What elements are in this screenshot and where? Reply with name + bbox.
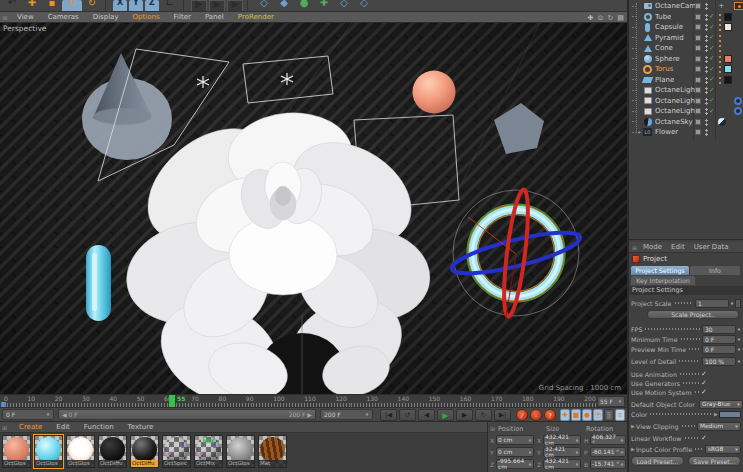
toolbar-icon-render-settings-icon[interactable]: ▶ <box>227 0 243 12</box>
visibility-dots-icon[interactable] <box>705 77 708 84</box>
object-row-torus[interactable]: Torus ✓ <box>629 64 743 75</box>
object-tag-icon[interactable] <box>718 44 722 53</box>
toolbar-icon-z-axis-lock-icon[interactable]: Z <box>145 0 159 12</box>
enable-check-icon[interactable]: ✓ <box>709 65 714 73</box>
toolbar-icon-model-mode-icon[interactable]: ◆ <box>274 0 294 12</box>
material-tile-octglos[interactable]: OctGlos <box>66 435 95 468</box>
object-name[interactable]: Torus <box>655 65 673 73</box>
transport-button-goto-start-button[interactable]: |◀ <box>380 409 397 421</box>
visibility-dots-icon[interactable] <box>705 45 708 52</box>
project-scale-field[interactable]: 1 <box>695 299 729 308</box>
viewport-menu-item-display[interactable]: Display <box>86 12 126 23</box>
toolbar-icon-points-mode-icon[interactable]: ◇ <box>334 0 354 12</box>
material-tag-thumb[interactable] <box>724 23 732 31</box>
fps-field[interactable]: 30 <box>702 325 736 334</box>
tab-key-interpolation[interactable]: Key Interpolation <box>631 276 695 285</box>
range-start-field[interactable]: 0 F♦ <box>2 409 54 420</box>
toolbar-icon-texture-mode-icon[interactable]: ● <box>294 0 314 12</box>
visibility-dots-icon[interactable] <box>705 66 708 73</box>
enable-check-icon[interactable]: ✓ <box>709 86 714 94</box>
layer-toggle-icon[interactable] <box>695 66 701 72</box>
transport-button-play-forwards-button[interactable]: ▶ <box>437 409 454 421</box>
visibility-dots-icon[interactable] <box>705 108 708 115</box>
rotation-b-field[interactable]: -15.741 °♦ <box>590 459 626 469</box>
material-tag-thumb[interactable] <box>724 55 732 63</box>
tab-info[interactable]: Info <box>690 266 740 275</box>
viewport-camera-label[interactable]: Perspective <box>3 24 46 33</box>
toolbar-icon-coordinate-system-icon[interactable]: ∟ <box>160 0 180 12</box>
layer-toggle-icon[interactable] <box>695 119 701 125</box>
position-y-field[interactable]: 0 cm♦ <box>496 447 534 457</box>
toolbar-icon-render-view-icon[interactable]: ▶ <box>191 0 207 12</box>
object-tag-icon[interactable] <box>718 2 725 10</box>
viewport-corner-icon-zoom-view-icon[interactable]: ⊙ <box>596 14 605 22</box>
object-row-octanecamera[interactable]: OctaneCamera <box>629 1 743 12</box>
object-name[interactable]: Capsule <box>655 23 683 31</box>
object-tag-icon-2[interactable] <box>734 107 742 115</box>
material-tile-octdiffu[interactable]: OctDiffu <box>98 435 127 468</box>
scale-project-button[interactable]: Scale Project.. <box>647 310 739 319</box>
visibility-dots-icon[interactable] <box>705 3 708 10</box>
viewport-corner-icon-rotate-view-icon[interactable]: ↻ <box>606 14 615 22</box>
use-generators-checkbox[interactable]: ✓ <box>701 379 707 387</box>
size-z-field[interactable]: 432.421 cm♦ <box>543 459 581 469</box>
toolbar-icon-make-editable-icon[interactable]: ◇ <box>254 0 274 12</box>
layer-toggle-icon[interactable] <box>695 14 701 20</box>
object-name[interactable]: Flower <box>655 128 678 136</box>
size-y-field[interactable]: 32.421 cm♦ <box>543 447 581 457</box>
material-tile-octglos[interactable]: OctGlos <box>2 435 31 468</box>
object-name[interactable]: Tube <box>655 13 671 21</box>
layer-toggle-icon[interactable] <box>695 129 701 135</box>
am-menu-mode[interactable]: Mode <box>643 243 662 251</box>
material-tile-octglos[interactable]: OctGlos <box>34 435 63 468</box>
viewport-menu-item-prorender[interactable]: ProRender <box>231 12 281 23</box>
enable-check-icon[interactable]: ✓ <box>709 107 714 115</box>
object-tag-icon[interactable] <box>718 118 726 126</box>
panel-grip-icon[interactable]: ⊞ <box>2 424 7 431</box>
use-animation-checkbox[interactable]: ✓ <box>701 370 707 378</box>
preview-range-slider[interactable]: ◀ 0 F200 F ▶ <box>58 409 316 420</box>
transport-button-play-backwards-button[interactable]: ↺ <box>399 409 416 421</box>
toolbar-icon-edges-mode-icon[interactable]: ◇ <box>354 0 374 12</box>
record-button-autokeying-button[interactable]: ◦ <box>530 409 542 421</box>
material-menu-item-function[interactable]: Function <box>77 422 121 433</box>
object-tag-icon[interactable] <box>718 13 722 22</box>
linear-workflow-checkbox[interactable]: ✓ <box>701 434 707 442</box>
transport-button-play-mode-button[interactable]: ↻ <box>475 409 492 421</box>
visibility-dots-icon[interactable] <box>705 24 708 31</box>
position-z-field[interactable]: -995.664 cm♦ <box>496 459 534 469</box>
enable-check-icon[interactable]: ✓ <box>709 44 714 52</box>
transport-button-previous-frame-button[interactable]: ◀ <box>418 409 435 421</box>
object-name[interactable]: OctaneSky <box>655 118 693 126</box>
visibility-dots-icon[interactable] <box>705 56 708 63</box>
keying-toggle-keyframe-selection-toggle[interactable]: ≡ <box>615 409 625 421</box>
material-menu-item-create[interactable]: Create <box>12 422 49 433</box>
toolbar-icon-toolbar-separator[interactable] <box>247 0 251 12</box>
current-frame-field[interactable]: 55 F♦ <box>597 396 625 407</box>
default-object-color-dropdown[interactable]: Gray-Blue▼ <box>699 400 743 409</box>
size-x-field[interactable]: 432.421 cm♦ <box>543 435 581 445</box>
material-tile-octspec[interactable]: OctSpec <box>162 435 191 468</box>
am-menu-edit[interactable]: Edit <box>671 243 685 251</box>
material-menu-item-texture[interactable]: Texture <box>121 422 161 433</box>
keying-toggle-key-scale-toggle[interactable]: ■ <box>571 409 581 421</box>
object-name[interactable]: Cone <box>655 44 673 52</box>
enable-check-icon[interactable]: ✓ <box>709 33 714 41</box>
visibility-dots-icon[interactable] <box>705 98 708 105</box>
toolbar-icon-last-tool-icon[interactable]: ↻ <box>82 0 102 12</box>
position-x-field[interactable]: 0 cm♦ <box>496 435 534 445</box>
capsule-object[interactable] <box>86 245 111 321</box>
layer-toggle-icon[interactable] <box>695 87 701 93</box>
keying-toggle-key-position-toggle[interactable]: ✚ <box>560 409 570 421</box>
material-tile-mat[interactable]: Mat <box>258 435 287 468</box>
toolbar-icon-undo-icon[interactable]: ↶ <box>2 0 22 12</box>
toolbar-icon-scale-tool-icon[interactable]: ▪ <box>42 0 62 12</box>
layer-toggle-icon[interactable] <box>695 35 701 41</box>
record-button-record-options-button[interactable]: ? <box>544 409 556 421</box>
enable-check-icon[interactable]: ✓ <box>709 75 714 83</box>
material-tile-octglos[interactable]: OctGlos <box>226 435 255 468</box>
panel-grip-icon[interactable]: ⊞ <box>490 425 495 432</box>
material-tag-thumb[interactable] <box>724 76 732 84</box>
toolbar-icon-y-axis-lock-icon[interactable]: Y <box>129 0 143 12</box>
viewport-corner-icon-toggle-panels-icon[interactable]: ▤ <box>616 14 625 22</box>
